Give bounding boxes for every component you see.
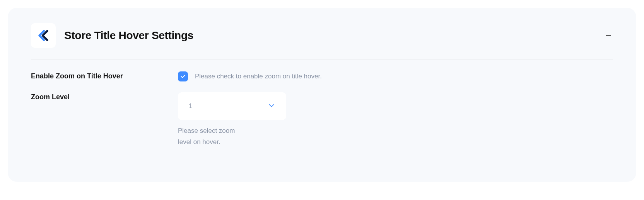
settings-panel: Store Title Hover Settings Enable Zoom o…: [8, 8, 636, 182]
enable-zoom-checkbox-row: Please check to enable zoom on title hov…: [178, 71, 322, 81]
enable-zoom-checkbox[interactable]: [178, 71, 188, 81]
brand-logo-icon: [37, 29, 50, 42]
zoom-level-row: Zoom Level 1 Please select zoom level on…: [31, 92, 613, 148]
chevron-down-icon: [268, 102, 275, 111]
check-icon: [180, 74, 186, 79]
zoom-level-control: 1 Please select zoom level on hover.: [178, 92, 286, 148]
zoom-level-help: Please select zoom level on hover.: [178, 125, 248, 148]
enable-zoom-row: Enable Zoom on Title Hover Please check …: [31, 71, 613, 81]
enable-zoom-control: Please check to enable zoom on title hov…: [178, 71, 322, 81]
enable-zoom-label: Enable Zoom on Title Hover: [31, 71, 178, 80]
panel-title: Store Title Hover Settings: [64, 29, 193, 42]
zoom-level-select[interactable]: 1: [178, 92, 286, 120]
enable-zoom-help: Please check to enable zoom on title hov…: [195, 73, 322, 80]
zoom-level-value: 1: [189, 102, 192, 110]
collapse-button[interactable]: [604, 31, 613, 40]
zoom-level-label: Zoom Level: [31, 92, 178, 101]
panel-header: Store Title Hover Settings: [31, 23, 613, 60]
brand-logo: [31, 23, 56, 48]
zoom-level-select-wrapper: 1 Please select zoom level on hover.: [178, 92, 286, 148]
panel-header-left: Store Title Hover Settings: [31, 23, 193, 48]
minus-icon: [605, 32, 612, 39]
